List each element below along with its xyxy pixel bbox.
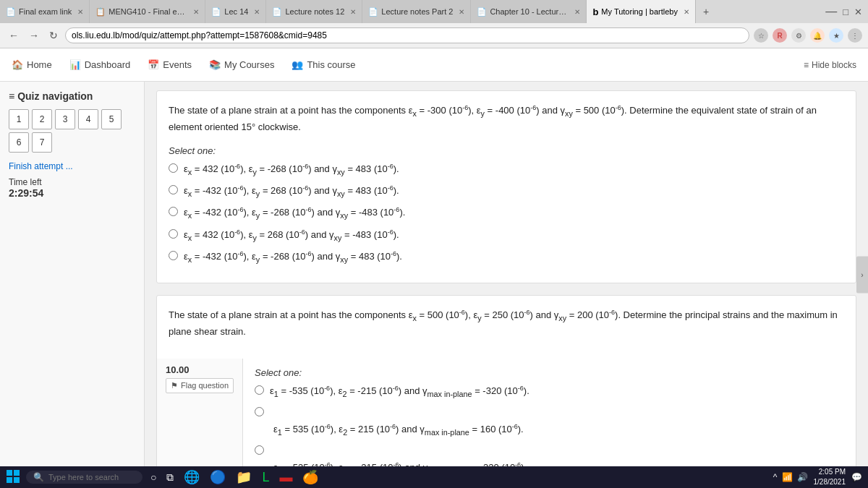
browser-chrome: 📄 Final exam link ✕ 📋 MENG410 - Final ex… — [0, 0, 868, 48]
quiz-nav-btn-7[interactable]: 7 — [32, 132, 52, 153]
sidebar: ≡ Quiz navigation 1234567 Finish attempt… — [0, 82, 145, 467]
q2-options: Select one: ε1 = -535 (10-6), ε2 = -215 … — [243, 359, 856, 467]
tab-close-icon[interactable]: ✕ — [193, 8, 199, 16]
tab-meng410[interactable]: 📋 MENG410 - Final exam ✕ — [90, 0, 205, 23]
q1-option-5: εx = -432 (10-6), εy = -268 (10-6) and γ… — [169, 249, 844, 265]
tab-bar: 📄 Final exam link ✕ 📋 MENG410 - Final ex… — [0, 0, 868, 23]
tab-close-icon[interactable]: ✕ — [574, 8, 580, 16]
back-button[interactable]: ← — [6, 28, 22, 43]
address-input[interactable] — [65, 27, 749, 43]
new-tab-button[interactable]: + — [696, 0, 716, 23]
flag-question-button[interactable]: ⚑ Flag question — [166, 378, 234, 393]
q1-radio-1[interactable] — [169, 163, 178, 173]
hide-blocks-icon: ≡ — [804, 60, 809, 70]
refresh-button[interactable]: ↻ — [46, 28, 61, 43]
quiz-nav-btn-2[interactable]: 2 — [32, 109, 52, 129]
tab-icon: 📄 — [6, 7, 16, 17]
question-2-text: The state of a plane strain at a point h… — [169, 307, 844, 340]
events-icon: 📅 — [148, 59, 159, 70]
nav-this-course-label: This course — [307, 59, 355, 70]
q1-radio-3[interactable] — [169, 207, 178, 216]
quiz-nav-btn-6[interactable]: 6 — [9, 132, 29, 153]
quiz-nav-btn-5[interactable]: 5 — [101, 109, 122, 129]
tab-final-exam-link[interactable]: 📄 Final exam link ✕ — [0, 0, 90, 23]
tab-close-icon[interactable]: ✕ — [350, 8, 356, 16]
ext2-icon[interactable]: 🔔 — [810, 28, 825, 43]
nav-dashboard-label: Dashboard — [85, 59, 131, 70]
quiz-nav-btn-3[interactable]: 3 — [55, 109, 75, 129]
tab-label: My Tutoring | bartleby — [601, 7, 678, 16]
hide-blocks-button[interactable]: ≡ Hide blocks — [804, 60, 856, 70]
tab-lecture-notes-12[interactable]: 📄 Lecture notes 12 ✕ — [266, 0, 362, 23]
nav-this-course[interactable]: 👥 This course — [292, 59, 355, 70]
q2-marks-panel: 10.00 ⚑ Flag question — [157, 359, 243, 467]
q2-body: 10.00 ⚑ Flag question Select one: ε1 = -… — [157, 359, 856, 467]
tab-icon: 📄 — [368, 7, 378, 17]
tab-icon: b — [592, 7, 598, 17]
q2-radio-2[interactable] — [255, 407, 264, 416]
tab-icon: 📋 — [95, 7, 106, 17]
menu-icon[interactable]: ⋮ — [848, 28, 862, 43]
tab-label: Lecture notes 12 — [285, 7, 344, 16]
address-bar: ← → ↻ ☆ R ⚙ 🔔 ★ ⋮ — [0, 23, 868, 48]
flag-icon: ⚑ — [171, 381, 178, 390]
nav-events-label: Events — [163, 59, 192, 70]
ext3-icon[interactable]: ★ — [829, 28, 843, 43]
question-1-box: The state of a plane strain at a point h… — [156, 90, 856, 283]
dashboard-icon: 📊 — [69, 59, 81, 70]
tab-close-icon[interactable]: ✕ — [77, 8, 83, 16]
forward-button[interactable]: → — [26, 28, 42, 43]
this-course-icon: 👥 — [292, 59, 303, 70]
tab-icon: 📄 — [211, 7, 221, 17]
tab-close-icon[interactable]: ✕ — [684, 8, 689, 16]
bookmark-icon[interactable]: ☆ — [754, 28, 768, 43]
time-value: 2:29:54 — [9, 187, 135, 199]
minimize-icon[interactable]: — — [825, 5, 837, 18]
tab-label: MENG410 - Final exam — [109, 7, 187, 16]
taskbar: 🔍 ○ ⧉ 🌐 🔵 📁 L ▬ 🍊 ^ 📶 🔊 2:05 PM 1/28/202… — [0, 466, 868, 467]
q2-header: The state of a plane strain at a point h… — [157, 296, 856, 359]
nav-home[interactable]: 🏠 Home — [12, 59, 52, 70]
q2-radio-1[interactable] — [255, 385, 264, 395]
tab-close-icon[interactable]: ✕ — [459, 8, 464, 16]
tab-close-icon[interactable]: ✕ — [254, 8, 260, 16]
q2-option-2 — [255, 406, 844, 416]
quiz-nav-grid: 1234567 — [9, 109, 135, 153]
time-label: Time left — [9, 177, 135, 187]
close-icon[interactable]: ✕ — [854, 7, 862, 17]
courses-icon: 📚 — [209, 59, 221, 70]
quiz-nav-btn-4[interactable]: 4 — [78, 109, 98, 129]
question-2-box: The state of a plane strain at a point h… — [156, 295, 856, 467]
q1-option-3: εx = -432 (10-6), εy = -268 (10-6) and γ… — [169, 205, 844, 221]
nav-home-label: Home — [27, 59, 52, 70]
q1-radio-4[interactable] — [169, 229, 178, 239]
nav-events[interactable]: 📅 Events — [148, 59, 192, 70]
main-layout: ≡ Quiz navigation 1234567 Finish attempt… — [0, 82, 868, 467]
home-icon: 🏠 — [12, 59, 23, 70]
finish-attempt-link[interactable]: Finish attempt ... — [9, 161, 135, 171]
tab-chapter10[interactable]: 📄 Chapter 10 - Lecture n... ✕ — [471, 0, 587, 23]
content-area: The state of a plane strain at a point h… — [145, 82, 868, 467]
nav-my-courses[interactable]: 📚 My Courses — [209, 59, 274, 70]
tab-bartleby[interactable]: b My Tutoring | bartleby ✕ — [587, 0, 696, 23]
q2-select-label: Select one: — [255, 367, 844, 378]
flag-label: Flag question — [181, 381, 229, 390]
tab-label: Chapter 10 - Lecture n... — [490, 7, 569, 16]
marks-score: 10.00 — [166, 364, 234, 375]
nav-my-courses-label: My Courses — [224, 59, 274, 70]
quiz-nav-btn-1[interactable]: 1 — [9, 109, 29, 129]
maximize-icon[interactable]: □ — [843, 7, 848, 17]
tab-lecture-notes-p2[interactable]: 📄 Lecture notes Part 2 ✕ — [362, 0, 471, 23]
q1-radio-5[interactable] — [169, 251, 178, 260]
q1-option-1: εx = 432 (10-6), εy = -268 (10-6) and γx… — [169, 162, 844, 178]
scroll-right-arrow[interactable]: › — [856, 256, 868, 293]
q2-radio-3[interactable] — [255, 445, 264, 455]
hide-blocks-label: Hide blocks — [812, 60, 856, 70]
nav-dashboard[interactable]: 📊 Dashboard — [69, 59, 131, 70]
sidebar-title: ≡ Quiz navigation — [9, 90, 135, 102]
ext1-icon[interactable]: ⚙ — [791, 28, 806, 43]
tab-lec14[interactable]: 📄 Lec 14 ✕ — [205, 0, 266, 23]
menu-lines-icon: ≡ — [9, 90, 14, 102]
profile-icon[interactable]: R — [773, 28, 787, 43]
q1-radio-2[interactable] — [169, 185, 178, 194]
